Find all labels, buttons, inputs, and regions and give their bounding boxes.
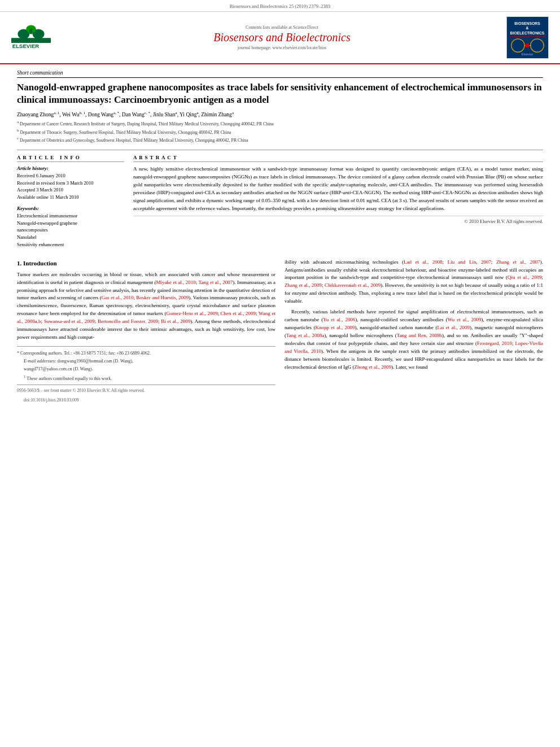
author-6: Yi Qinga, bbox=[180, 112, 201, 117]
sciencedirect-line: Contents lists available at ScienceDirec… bbox=[58, 25, 506, 30]
journal-homepage: journal homepage: www.elsevier.com/locat… bbox=[58, 45, 506, 50]
ref-gomez[interactable]: Gomez-Hens et al., 2009 bbox=[166, 311, 217, 316]
journal-title: Biosensors and Bioelectronics bbox=[58, 31, 506, 44]
footer-issn: 0956-5663/$ – see front matter © 2010 El… bbox=[17, 385, 275, 404]
svg-text:BIOELECTRONICS: BIOELECTRONICS bbox=[510, 31, 545, 35]
journal-citation: Biosensors and Bioelectronics 25 (2010) … bbox=[230, 3, 331, 9]
keyword-2: Nanogold-enwrapped graphene bbox=[17, 220, 124, 227]
abstract-heading: A B S T R A C T bbox=[133, 155, 543, 162]
keyword-3: nanocomposites bbox=[17, 226, 124, 234]
keyword-1: Electrochemical immunosensor bbox=[17, 212, 124, 220]
ref-yu[interactable]: Yu et al., 2006 bbox=[323, 317, 355, 322]
elsevier-logo: ELSEVIER bbox=[11, 23, 51, 51]
ref-bi[interactable]: Bi et al., 2009 bbox=[161, 318, 190, 324]
history-title: Article history: bbox=[17, 165, 124, 171]
author-5: Jinlu Shana, bbox=[153, 112, 180, 117]
ref-miyake[interactable]: Miyake et al., 2010 bbox=[156, 279, 195, 285]
article-info-column: A R T I C L E I N F O Article history: R… bbox=[17, 155, 124, 253]
author-2: Wei Wub, 1, bbox=[62, 112, 88, 117]
affiliation-c: c Department of Obstetrics and Gynecolog… bbox=[17, 136, 543, 144]
ref-bosker[interactable]: Bosker and Huestis, 2009 bbox=[136, 295, 189, 300]
issn-line: 0956-5663/$ – see front matter © 2010 El… bbox=[17, 387, 275, 394]
author-7: Zhimin Zhanga bbox=[201, 112, 234, 117]
svg-point-16 bbox=[525, 43, 530, 48]
copyright-line: © 2010 Elsevier B.V. All rights reserved… bbox=[133, 216, 543, 224]
ref-zhang-2007[interactable]: Zhang et al., 2007 bbox=[496, 259, 540, 265]
journal-cover-image: BIOSENSORS & BIOELECTRONICS Elsevier bbox=[506, 16, 549, 59]
ref-liu-lin[interactable]: Liu and Lin, 2007 bbox=[448, 259, 491, 265]
svg-rect-0 bbox=[11, 38, 51, 43]
affiliation-b: b Department of Thoracic Surgery, Southw… bbox=[17, 128, 543, 136]
journal-header: Biosensors and Bioelectronics 25 (2010) … bbox=[0, 0, 560, 12]
history-line-2: Received in revised form 3 March 2010 bbox=[17, 180, 124, 187]
content-header: ELSEVIER Contents lists available at Sci… bbox=[0, 12, 560, 64]
keywords-title: Keywords: bbox=[17, 206, 124, 211]
ref-zhang-2009[interactable]: Zhang et al., 2009 bbox=[285, 282, 322, 288]
affiliation-a: a Department of Cancer Center, Research … bbox=[17, 120, 543, 128]
ref-lad[interactable]: Lad et al., 2008 bbox=[404, 259, 443, 265]
footnote-email-dong: E-mail addresses: dongwang1960@hotmail.c… bbox=[17, 358, 275, 365]
ref-qiu[interactable]: Qiu et al., 2009 bbox=[508, 274, 541, 280]
article-info-heading: A R T I C L E I N F O bbox=[17, 155, 124, 162]
author-4: Dan Wangc, *, bbox=[122, 112, 153, 117]
body-para-2: ibility with advanced micromachining tec… bbox=[285, 259, 543, 306]
svg-rect-7 bbox=[29, 29, 32, 34]
ref-zhong[interactable]: Zhong et al., 2009 bbox=[354, 364, 391, 370]
svg-text:Elsevier: Elsevier bbox=[522, 53, 533, 56]
ref-bertoncillo[interactable]: Bertoncillo and Forster, 2009 bbox=[98, 318, 158, 324]
body-col-right: ibility with advanced micromachining tec… bbox=[285, 259, 543, 407]
homepage-text: journal homepage: www.elsevier.com/locat… bbox=[238, 45, 327, 50]
history-line-1: Received 6 January 2010 bbox=[17, 172, 124, 180]
ref-tang-ren[interactable]: Tang and Ren, 2008b bbox=[397, 333, 442, 338]
footnote-email-wang: wangd717@yahoo.com.cn (D. Wang). bbox=[17, 366, 275, 373]
history-line-4: Available online 11 March 2010 bbox=[17, 194, 124, 201]
article-history: Article history: Received 6 January 2010… bbox=[17, 165, 124, 201]
author-3: Dong Wanga, *, bbox=[88, 112, 122, 117]
keyword-4: Nanolabel bbox=[17, 234, 124, 241]
main-content: Short communication Nanogold-enwrapped g… bbox=[0, 64, 560, 412]
svg-rect-4 bbox=[22, 34, 25, 38]
article-type: Short communication bbox=[17, 70, 543, 78]
ref-chen-2009[interactable]: Chen et al., 2009 bbox=[221, 311, 256, 316]
abstract-text: A new, highly sensitive electrochemical … bbox=[133, 165, 543, 213]
history-line-3: Accepted 3 March 2010 bbox=[17, 186, 124, 194]
ref-tang-2007[interactable]: Tang et al., 2007 bbox=[199, 279, 233, 285]
ref-lai[interactable]: Lai et al., 2009 bbox=[437, 325, 470, 330]
abstract-column: A B S T R A C T A new, highly sensitive … bbox=[133, 155, 543, 253]
footnote-corresponding: * Corresponding authors. Tel.: +86 23 68… bbox=[17, 350, 275, 357]
body-para-1: Tumor markers are molecules occurring in… bbox=[17, 271, 275, 342]
journal-title-section: Contents lists available at ScienceDirec… bbox=[58, 25, 506, 50]
ref-suwansa[interactable]: Suwansa-ard et al., 2009 bbox=[44, 318, 95, 324]
svg-rect-5 bbox=[37, 34, 40, 38]
author-1: Zhaoyang Zhonga, 1, bbox=[17, 112, 62, 117]
svg-text:ELSEVIER: ELSEVIER bbox=[12, 43, 40, 49]
ref-tang-2008a[interactable]: Tang et al., 2008a bbox=[286, 333, 325, 338]
footnotes: * Corresponding authors. Tel.: +86 23 68… bbox=[17, 346, 275, 382]
body-para-3: Recently, various labeled methods have r… bbox=[285, 308, 543, 372]
ref-chikka[interactable]: Chikkaveeraiah et al., 2009 bbox=[325, 282, 380, 288]
sciencedirect-prefix: Contents lists available at ScienceDirec… bbox=[246, 25, 318, 30]
info-abstract-section: A R T I C L E I N F O Article history: R… bbox=[17, 150, 543, 253]
doi-line: doi:10.1016/j.bios.2010.03.009 bbox=[17, 397, 275, 404]
body-text-section: 1. Introduction Tumor markers are molecu… bbox=[17, 259, 543, 407]
svg-text:&: & bbox=[526, 26, 529, 30]
page: Biosensors and Bioelectronics 25 (2010) … bbox=[0, 0, 560, 412]
footnote-equal: 1 These authors contributed equally to t… bbox=[17, 374, 275, 382]
ref-knopp[interactable]: Knopp et al., 2009 bbox=[315, 325, 355, 330]
ref-frostegard[interactable]: Frostegard, 2010 bbox=[477, 340, 512, 346]
keywords-section: Keywords: Electrochemical immunosensor N… bbox=[17, 206, 124, 248]
authors-line: Zhaoyang Zhonga, 1, Wei Wub, 1, Dong Wan… bbox=[17, 111, 543, 117]
body-col-left: 1. Introduction Tumor markers are molecu… bbox=[17, 259, 275, 407]
section1-title: 1. Introduction bbox=[17, 259, 275, 268]
svg-text:BIOSENSORS: BIOSENSORS bbox=[514, 21, 540, 25]
ref-wu[interactable]: Wu et al., 2009 bbox=[448, 317, 482, 322]
article-title: Nanogold-enwrapped graphene nanocomposit… bbox=[17, 81, 543, 106]
ref-gas[interactable]: Gas et al., 2010 bbox=[102, 295, 134, 300]
keyword-5: Sensitivity enhancement bbox=[17, 241, 124, 248]
affiliations: a Department of Cancer Center, Research … bbox=[17, 120, 543, 144]
